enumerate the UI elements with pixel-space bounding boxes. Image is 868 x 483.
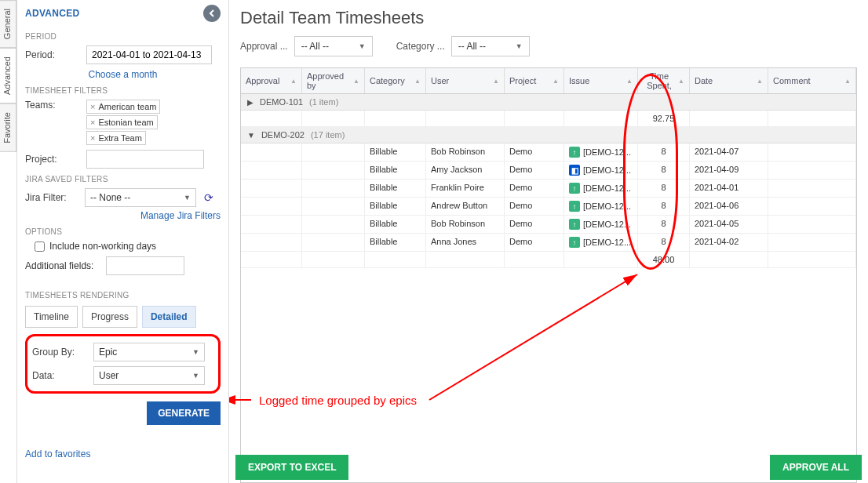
- back-icon[interactable]: [203, 5, 221, 22]
- sort-icon: ▲: [757, 78, 763, 85]
- addfields-label: Additional fields:: [25, 260, 100, 271]
- cell-time: 8: [638, 198, 690, 215]
- sidebar: ADVANCED PERIOD Period: Choose a month T…: [17, 0, 229, 483]
- chevron-down-icon: ▼: [184, 194, 191, 202]
- nonworking-checkbox[interactable]: [35, 242, 45, 252]
- cell-issue[interactable]: ↑[DEMO-12...: [564, 234, 638, 251]
- manage-filters-link[interactable]: Manage Jira Filters: [25, 210, 221, 221]
- cell-project: Demo: [505, 234, 564, 251]
- export-button[interactable]: EXPORT TO EXCEL: [235, 455, 348, 480]
- col-approvedby[interactable]: Approved by▲: [302, 68, 365, 93]
- render-detailed-button[interactable]: Detailed: [142, 306, 196, 328]
- cell-category: Billable: [365, 216, 426, 233]
- groupby-select[interactable]: Epic ▼: [93, 343, 205, 361]
- data-select[interactable]: User ▼: [93, 366, 205, 385]
- chevron-down-icon: ▼: [516, 42, 523, 50]
- table-row[interactable]: BillableFranklin PoireDemo↑[DEMO-12...82…: [241, 180, 856, 198]
- cell-category: Billable: [365, 234, 426, 251]
- cell-time: 8: [638, 216, 690, 233]
- category-filter-label: Category ...: [396, 41, 445, 52]
- table-row[interactable]: BillableBob RobinsonDemo↑[DEMO-12...8202…: [241, 216, 856, 234]
- render-timeline-button[interactable]: Timeline: [25, 306, 78, 328]
- refresh-icon[interactable]: ⟳: [204, 191, 213, 204]
- group-id: DEMO-101: [260, 97, 303, 107]
- section-period: PERIOD: [25, 32, 221, 41]
- cell-project: Demo: [505, 198, 564, 215]
- team-tag[interactable]: ×Estonian team: [86, 115, 158, 129]
- sort-icon: ▲: [353, 78, 359, 85]
- cell-time: 8: [638, 180, 690, 197]
- approve-all-button[interactable]: APPROVE ALL: [770, 455, 862, 480]
- team-tag[interactable]: ×Extra Team: [86, 131, 146, 145]
- chevron-right-icon[interactable]: ▶: [247, 98, 253, 107]
- col-time[interactable]: Time Spent,▲: [638, 68, 690, 93]
- add-favorites-link[interactable]: Add to favorites: [25, 448, 90, 459]
- cell-time: 8: [638, 234, 690, 251]
- nonworking-label: Include non-working days: [49, 241, 156, 252]
- sidebar-tab-rail: General Advanced Favorite: [0, 0, 17, 483]
- cell-user: Bob Robinson: [426, 216, 505, 233]
- generate-button[interactable]: GENERATE: [147, 401, 221, 425]
- tab-favorite[interactable]: Favorite: [0, 104, 16, 152]
- sort-icon: ▲: [678, 78, 684, 85]
- sort-icon: ▲: [553, 78, 559, 85]
- issue-type-icon: ↑: [569, 147, 580, 158]
- group-row[interactable]: ▶ DEMO-101 (1 item): [241, 94, 856, 111]
- cell-issue[interactable]: ↑[DEMO-12...: [564, 180, 638, 197]
- cell-user: Anna Jones: [426, 234, 505, 251]
- cell-date: 2021-04-02: [690, 234, 768, 251]
- approval-filter-select[interactable]: -- All --▼: [294, 36, 373, 56]
- sidebar-title: ADVANCED: [25, 8, 80, 19]
- cell-user: Franklin Poire: [426, 180, 505, 197]
- cell-issue[interactable]: ↑[DEMO-12...: [564, 198, 638, 215]
- table-row[interactable]: BillableAndrew ButtonDemo↑[DEMO-12...820…: [241, 198, 856, 216]
- render-progress-button[interactable]: Progress: [82, 306, 137, 328]
- choose-month-link[interactable]: Choose a month: [88, 69, 157, 80]
- cell-category: Billable: [365, 198, 426, 215]
- section-rendering: TIMESHEETS RENDERING: [25, 291, 221, 300]
- cell-project: Demo: [505, 143, 564, 161]
- cell-time: 8: [638, 143, 690, 161]
- cell-issue[interactable]: ↑[DEMO-12...: [564, 143, 638, 161]
- cell-user: Amy Jackson: [426, 162, 505, 179]
- category-filter-select[interactable]: -- All --▼: [451, 36, 530, 56]
- jira-filter-select[interactable]: -- None -- ▼: [85, 188, 196, 207]
- cell-user: Andrew Button: [426, 198, 505, 215]
- sort-icon: ▲: [493, 78, 499, 85]
- col-category[interactable]: Category▲: [365, 68, 426, 93]
- table-row[interactable]: BillableAnna JonesDemo↑[DEMO-12...82021-…: [241, 234, 856, 252]
- chevron-down-icon[interactable]: ▼: [247, 131, 255, 140]
- col-user[interactable]: User▲: [426, 68, 505, 93]
- table-row[interactable]: BillableAmy JacksonDemo◧[DEMO-12...82021…: [241, 162, 856, 180]
- issue-type-icon: ↑: [569, 201, 580, 212]
- cell-issue[interactable]: ◧[DEMO-12...: [564, 162, 638, 179]
- tab-advanced[interactable]: Advanced: [0, 48, 16, 104]
- page-title: Detail Team Timesheets: [240, 8, 857, 28]
- section-options: OPTIONS: [25, 227, 221, 236]
- team-tag[interactable]: ×American team: [86, 100, 160, 114]
- col-project[interactable]: Project▲: [505, 68, 564, 93]
- project-input[interactable]: [86, 150, 204, 169]
- main-content: Detail Team Timesheets Approval ... -- A…: [229, 0, 868, 483]
- cell-date: 2021-04-09: [690, 162, 768, 179]
- group-row[interactable]: ▼ DEMO-202 (17 item): [241, 127, 856, 143]
- sort-icon: ▲: [626, 78, 633, 85]
- col-approval[interactable]: Approval▲: [241, 68, 302, 93]
- col-issue[interactable]: Issue▲: [564, 68, 638, 93]
- group-time-total: 48.00: [638, 252, 690, 267]
- groupby-label: Group By:: [32, 347, 87, 358]
- cell-category: Billable: [365, 180, 426, 197]
- remove-icon[interactable]: ×: [90, 102, 95, 111]
- section-jira: JIRA SAVED FILTERS: [25, 175, 221, 183]
- issue-type-icon: ◧: [569, 165, 580, 176]
- period-input[interactable]: [86, 45, 212, 64]
- data-label: Data:: [32, 370, 87, 381]
- addfields-input[interactable]: [106, 256, 184, 275]
- remove-icon[interactable]: ×: [90, 118, 95, 127]
- tab-general[interactable]: General: [0, 0, 16, 48]
- table-row[interactable]: BillableBob RobinsonDemo↑[DEMO-12...8202…: [241, 143, 856, 162]
- remove-icon[interactable]: ×: [90, 133, 95, 143]
- cell-issue[interactable]: ↑[DEMO-12...: [564, 216, 638, 233]
- col-comment[interactable]: Comment▲: [768, 68, 856, 93]
- col-date[interactable]: Date▲: [690, 68, 768, 93]
